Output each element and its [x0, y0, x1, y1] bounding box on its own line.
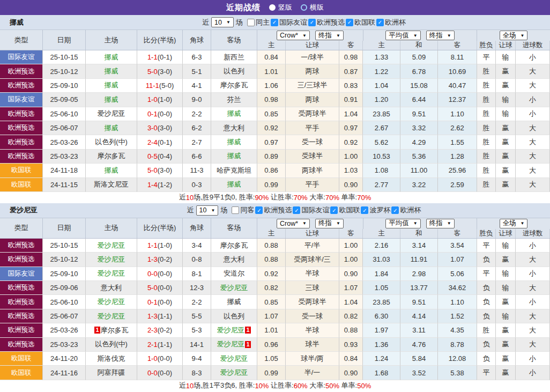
match-type-badge: 欧洲预选	[0, 121, 43, 135]
score-cell: 0-1(0-0)	[137, 107, 183, 121]
competition-checkbox[interactable]: 欧国联	[346, 18, 375, 27]
competition-checkbox[interactable]: 国际友谊	[271, 18, 307, 27]
recent-count-select[interactable]: 10 ▼	[211, 17, 234, 27]
table-row: 国际友谊 25-09-10 爱沙尼亚 0-0(0-0) 8-1 安道尔 0.92	[0, 267, 550, 281]
avg-draw-odds: 6.44	[400, 93, 438, 107]
halftime-score: (3-0)	[158, 124, 172, 132]
score-cell: 1-0(0-0)	[137, 352, 183, 366]
match-date: 25-03-26	[43, 135, 86, 149]
competition-checkbox[interactable]: 波罗杯	[361, 205, 390, 215]
corners: 6-3	[183, 50, 211, 64]
result-win-draw-loss: 平	[477, 50, 496, 64]
avg-draw-odds: 3.14	[400, 239, 438, 253]
competition-checkbox[interactable]: 国际友谊	[293, 205, 329, 215]
halftime-score: (0-0)	[158, 369, 172, 377]
subheader-avg-away: 客	[438, 41, 477, 50]
average-select[interactable]: 平均值▼	[385, 31, 420, 40]
handicap-away-odds: 1.07	[339, 281, 363, 295]
corners: 14-1	[183, 338, 211, 352]
table-row: 欧洲预选 25-03-26 以色列(中) 2-4(0-1) 2-7 挪威 0.9…	[0, 135, 550, 149]
avg-home-odds: 1.04	[363, 79, 400, 93]
handicap-away-odds: 0.93	[339, 338, 363, 352]
table-row: 欧洲预选 25-06-07 爱沙尼亚 1-3(1-1) 5-5 以色列 1.07	[0, 309, 550, 323]
handicap-away-odds: 0.87	[339, 64, 363, 78]
result-win-draw-loss: 负	[477, 281, 496, 295]
away-team: 爱沙尼亚	[211, 281, 257, 295]
result-win-draw-loss: 负	[477, 338, 496, 352]
match-type-badge: 欧洲预选	[0, 309, 43, 323]
odds-source-select[interactable]: Crow*▼	[277, 219, 310, 228]
away-team: 芬兰	[211, 93, 257, 107]
avg-draw-odds: 11.00	[400, 164, 438, 177]
halftime-score: (3-0)	[158, 68, 172, 76]
match-date: 25-10-15	[43, 239, 86, 253]
scope-select[interactable]: 全场▼	[500, 31, 528, 40]
table-header: 类型 日期 主场 比分(半场) 角球 客场 Crow*▼ 终指▼ 平均值▼ 终指…	[0, 218, 550, 239]
result-handicap: 赢	[496, 323, 516, 337]
recent-count-select[interactable]: 10 ▼	[196, 205, 219, 216]
avg-home-odds: 1.20	[363, 93, 400, 107]
match-date: 25-09-06	[43, 281, 86, 295]
avg-home-odds: 1.22	[363, 64, 400, 78]
corners: 9-4	[183, 352, 211, 366]
odds-source-select[interactable]: Crow*▼	[277, 31, 310, 40]
avg-away-odds: 1.10	[438, 295, 477, 309]
avg-away-odds: 1.28	[438, 150, 477, 164]
home-team-name: 挪威	[105, 80, 118, 90]
result-over-under: 大	[516, 323, 550, 337]
halftime-score: (0-0)	[158, 298, 172, 306]
handicap-away-odds: 0.91	[339, 93, 363, 107]
match-date: 25-10-15	[43, 50, 86, 64]
final-odds-select[interactable]: 终指▼	[426, 31, 455, 40]
match-date: 24-11-16	[43, 366, 86, 380]
same-venue-checkbox[interactable]: 同主	[247, 18, 270, 27]
avg-home-odds: 2.67	[363, 121, 400, 135]
result-handicap: 赢	[496, 135, 516, 149]
score-cell: 1-3(1-1)	[137, 309, 183, 323]
fulltime-score: 1-3	[147, 312, 158, 320]
handicap-home-odds: 0.88	[257, 239, 286, 253]
home-team: 爱沙尼亚	[86, 253, 137, 267]
summary-segment: 近	[179, 193, 186, 202]
handicap-away-odds: 0.82	[339, 309, 363, 323]
competition-checkbox[interactable]: 欧洲杯	[391, 205, 421, 215]
fulltime-score: 3-0	[147, 124, 158, 132]
final-odds-select[interactable]: 终指▼	[426, 219, 455, 228]
competition-checkbox[interactable]: 欧国联	[330, 205, 360, 215]
match-date: 25-09-10	[43, 79, 86, 93]
home-team-name: 意大利	[101, 283, 122, 293]
competition-checkbox[interactable]: 欧洲杯	[376, 18, 406, 27]
layout-radio[interactable]: 横版	[301, 3, 324, 12]
table-row: 欧国联 24-11-20 斯洛伐克 1-0(0-0) 9-4 爱沙尼亚 1.05	[0, 352, 550, 366]
home-team-name: 爱沙尼亚	[98, 297, 125, 307]
result-handicap: 输	[496, 309, 516, 323]
same-venue-checkbox[interactable]: 同客	[232, 205, 254, 215]
result-over-under: 大	[516, 281, 550, 295]
competition-checkbox[interactable]: 欧洲预选	[255, 205, 292, 215]
away-team-name: 意大利	[224, 255, 244, 264]
table-row: 欧洲预选 25-06-10 爱沙尼亚 0-1(0-0) 2-2 挪威 0.85	[0, 107, 550, 121]
result-handicap: 输	[496, 281, 516, 295]
summary-segment: 大率:	[308, 381, 325, 390]
halftime-score: (1-1)	[158, 312, 172, 320]
corners: 9-0	[183, 93, 211, 107]
result-handicap: 输	[496, 50, 516, 64]
near-label: 近	[202, 18, 209, 27]
scope-select[interactable]: 全场▼	[500, 219, 528, 228]
final-odds-select[interactable]: 终指▼	[315, 31, 344, 40]
away-team: 挪威	[211, 150, 257, 164]
average-select[interactable]: 平均值▼	[385, 219, 420, 228]
competition-checkbox[interactable]: 欧洲预选	[308, 18, 345, 27]
fulltime-score: 5-0	[147, 284, 158, 292]
away-team: 爱沙尼亚 1	[211, 323, 257, 337]
result-handicap: 赢	[496, 79, 516, 93]
subheader-avg-home: 主	[363, 229, 400, 238]
avg-home-odds: 2.16	[363, 239, 400, 253]
match-date: 25-06-10	[43, 295, 86, 309]
final-odds-select[interactable]: 终指▼	[315, 219, 344, 228]
score-cell: 0-1(0-0)	[137, 295, 183, 309]
layout-radio[interactable]: 竖版	[269, 3, 292, 12]
chevron-down-icon: ▼	[521, 221, 525, 226]
avg-home-odds: 1.33	[363, 50, 400, 64]
match-type-badge: 欧国联	[0, 366, 43, 380]
